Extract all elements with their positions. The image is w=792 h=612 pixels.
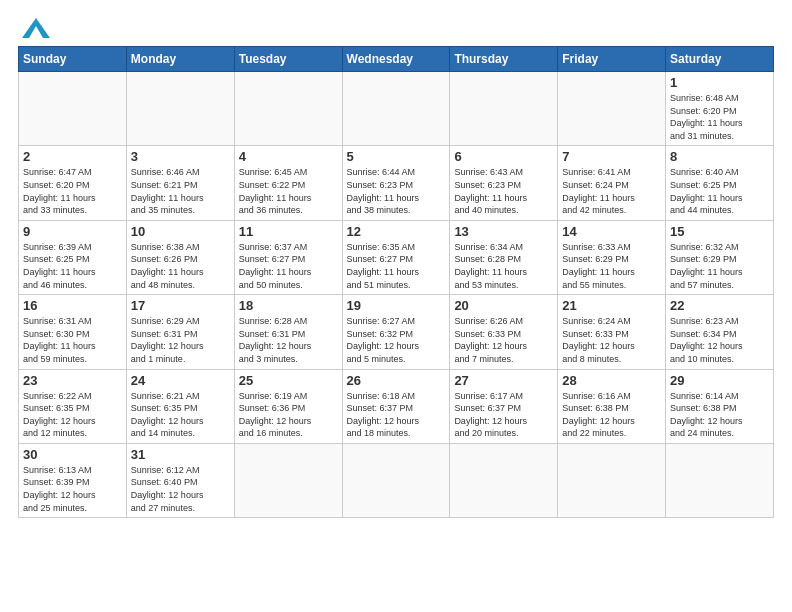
weekday-header-friday: Friday (558, 47, 666, 72)
day-number: 25 (239, 373, 338, 388)
calendar-cell (558, 443, 666, 517)
calendar-cell: 9Sunrise: 6:39 AM Sunset: 6:25 PM Daylig… (19, 220, 127, 294)
calendar-cell: 8Sunrise: 6:40 AM Sunset: 6:25 PM Daylig… (666, 146, 774, 220)
day-info: Sunrise: 6:48 AM Sunset: 6:20 PM Dayligh… (670, 92, 769, 142)
day-info: Sunrise: 6:38 AM Sunset: 6:26 PM Dayligh… (131, 241, 230, 291)
calendar-cell: 29Sunrise: 6:14 AM Sunset: 6:38 PM Dayli… (666, 369, 774, 443)
day-number: 26 (347, 373, 446, 388)
week-row-4: 16Sunrise: 6:31 AM Sunset: 6:30 PM Dayli… (19, 295, 774, 369)
calendar-cell (558, 72, 666, 146)
weekday-header-sunday: Sunday (19, 47, 127, 72)
day-number: 18 (239, 298, 338, 313)
day-info: Sunrise: 6:39 AM Sunset: 6:25 PM Dayligh… (23, 241, 122, 291)
day-number: 28 (562, 373, 661, 388)
calendar-cell (450, 72, 558, 146)
day-info: Sunrise: 6:47 AM Sunset: 6:20 PM Dayligh… (23, 166, 122, 216)
calendar: SundayMondayTuesdayWednesdayThursdayFrid… (18, 46, 774, 518)
logo (18, 18, 50, 38)
day-number: 24 (131, 373, 230, 388)
day-number: 15 (670, 224, 769, 239)
day-number: 31 (131, 447, 230, 462)
week-row-6: 30Sunrise: 6:13 AM Sunset: 6:39 PM Dayli… (19, 443, 774, 517)
calendar-cell: 14Sunrise: 6:33 AM Sunset: 6:29 PM Dayli… (558, 220, 666, 294)
day-info: Sunrise: 6:29 AM Sunset: 6:31 PM Dayligh… (131, 315, 230, 365)
day-info: Sunrise: 6:41 AM Sunset: 6:24 PM Dayligh… (562, 166, 661, 216)
calendar-cell: 26Sunrise: 6:18 AM Sunset: 6:37 PM Dayli… (342, 369, 450, 443)
calendar-cell: 6Sunrise: 6:43 AM Sunset: 6:23 PM Daylig… (450, 146, 558, 220)
day-number: 13 (454, 224, 553, 239)
weekday-header-tuesday: Tuesday (234, 47, 342, 72)
day-info: Sunrise: 6:27 AM Sunset: 6:32 PM Dayligh… (347, 315, 446, 365)
calendar-cell (342, 72, 450, 146)
calendar-cell (666, 443, 774, 517)
calendar-cell: 30Sunrise: 6:13 AM Sunset: 6:39 PM Dayli… (19, 443, 127, 517)
week-row-5: 23Sunrise: 6:22 AM Sunset: 6:35 PM Dayli… (19, 369, 774, 443)
day-number: 3 (131, 149, 230, 164)
day-info: Sunrise: 6:21 AM Sunset: 6:35 PM Dayligh… (131, 390, 230, 440)
weekday-header-thursday: Thursday (450, 47, 558, 72)
week-row-1: 1Sunrise: 6:48 AM Sunset: 6:20 PM Daylig… (19, 72, 774, 146)
day-info: Sunrise: 6:33 AM Sunset: 6:29 PM Dayligh… (562, 241, 661, 291)
calendar-cell: 10Sunrise: 6:38 AM Sunset: 6:26 PM Dayli… (126, 220, 234, 294)
calendar-cell: 7Sunrise: 6:41 AM Sunset: 6:24 PM Daylig… (558, 146, 666, 220)
calendar-cell: 2Sunrise: 6:47 AM Sunset: 6:20 PM Daylig… (19, 146, 127, 220)
day-number: 2 (23, 149, 122, 164)
calendar-cell: 23Sunrise: 6:22 AM Sunset: 6:35 PM Dayli… (19, 369, 127, 443)
week-row-3: 9Sunrise: 6:39 AM Sunset: 6:25 PM Daylig… (19, 220, 774, 294)
day-info: Sunrise: 6:40 AM Sunset: 6:25 PM Dayligh… (670, 166, 769, 216)
calendar-cell: 13Sunrise: 6:34 AM Sunset: 6:28 PM Dayli… (450, 220, 558, 294)
weekday-header-wednesday: Wednesday (342, 47, 450, 72)
day-info: Sunrise: 6:19 AM Sunset: 6:36 PM Dayligh… (239, 390, 338, 440)
day-number: 27 (454, 373, 553, 388)
day-number: 5 (347, 149, 446, 164)
calendar-cell (342, 443, 450, 517)
day-info: Sunrise: 6:12 AM Sunset: 6:40 PM Dayligh… (131, 464, 230, 514)
day-number: 9 (23, 224, 122, 239)
day-number: 6 (454, 149, 553, 164)
calendar-cell: 4Sunrise: 6:45 AM Sunset: 6:22 PM Daylig… (234, 146, 342, 220)
day-number: 8 (670, 149, 769, 164)
day-info: Sunrise: 6:13 AM Sunset: 6:39 PM Dayligh… (23, 464, 122, 514)
day-info: Sunrise: 6:37 AM Sunset: 6:27 PM Dayligh… (239, 241, 338, 291)
day-number: 7 (562, 149, 661, 164)
day-info: Sunrise: 6:32 AM Sunset: 6:29 PM Dayligh… (670, 241, 769, 291)
calendar-cell: 17Sunrise: 6:29 AM Sunset: 6:31 PM Dayli… (126, 295, 234, 369)
day-number: 16 (23, 298, 122, 313)
day-info: Sunrise: 6:26 AM Sunset: 6:33 PM Dayligh… (454, 315, 553, 365)
day-info: Sunrise: 6:46 AM Sunset: 6:21 PM Dayligh… (131, 166, 230, 216)
day-info: Sunrise: 6:14 AM Sunset: 6:38 PM Dayligh… (670, 390, 769, 440)
day-info: Sunrise: 6:43 AM Sunset: 6:23 PM Dayligh… (454, 166, 553, 216)
day-info: Sunrise: 6:16 AM Sunset: 6:38 PM Dayligh… (562, 390, 661, 440)
day-number: 1 (670, 75, 769, 90)
header (18, 18, 774, 38)
day-number: 12 (347, 224, 446, 239)
day-number: 14 (562, 224, 661, 239)
day-number: 19 (347, 298, 446, 313)
page: SundayMondayTuesdayWednesdayThursdayFrid… (0, 0, 792, 612)
calendar-cell (450, 443, 558, 517)
day-number: 30 (23, 447, 122, 462)
calendar-cell: 15Sunrise: 6:32 AM Sunset: 6:29 PM Dayli… (666, 220, 774, 294)
calendar-cell: 24Sunrise: 6:21 AM Sunset: 6:35 PM Dayli… (126, 369, 234, 443)
calendar-cell: 12Sunrise: 6:35 AM Sunset: 6:27 PM Dayli… (342, 220, 450, 294)
day-number: 10 (131, 224, 230, 239)
calendar-cell: 28Sunrise: 6:16 AM Sunset: 6:38 PM Dayli… (558, 369, 666, 443)
day-info: Sunrise: 6:31 AM Sunset: 6:30 PM Dayligh… (23, 315, 122, 365)
logo-icon (22, 18, 50, 38)
day-info: Sunrise: 6:28 AM Sunset: 6:31 PM Dayligh… (239, 315, 338, 365)
day-number: 23 (23, 373, 122, 388)
calendar-cell: 5Sunrise: 6:44 AM Sunset: 6:23 PM Daylig… (342, 146, 450, 220)
calendar-cell: 3Sunrise: 6:46 AM Sunset: 6:21 PM Daylig… (126, 146, 234, 220)
day-info: Sunrise: 6:45 AM Sunset: 6:22 PM Dayligh… (239, 166, 338, 216)
week-row-2: 2Sunrise: 6:47 AM Sunset: 6:20 PM Daylig… (19, 146, 774, 220)
day-number: 21 (562, 298, 661, 313)
day-info: Sunrise: 6:34 AM Sunset: 6:28 PM Dayligh… (454, 241, 553, 291)
day-info: Sunrise: 6:23 AM Sunset: 6:34 PM Dayligh… (670, 315, 769, 365)
calendar-cell: 1Sunrise: 6:48 AM Sunset: 6:20 PM Daylig… (666, 72, 774, 146)
day-number: 20 (454, 298, 553, 313)
day-number: 22 (670, 298, 769, 313)
day-number: 17 (131, 298, 230, 313)
calendar-cell (126, 72, 234, 146)
calendar-cell (234, 72, 342, 146)
weekday-header-saturday: Saturday (666, 47, 774, 72)
